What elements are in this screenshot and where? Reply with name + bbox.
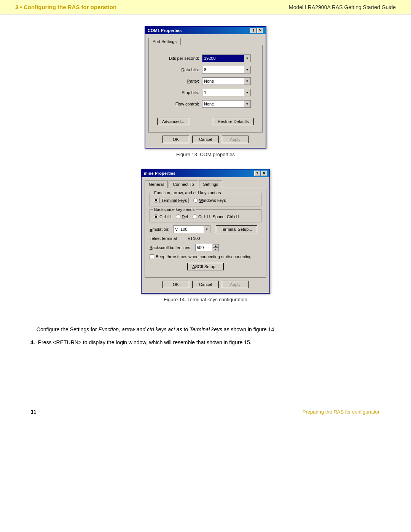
- parity-dropdown-arrow[interactable]: ▼: [244, 77, 251, 85]
- restore-defaults-button[interactable]: Restore Defaults: [213, 118, 254, 125]
- bits-per-second-label: Bits per second:: [157, 56, 199, 61]
- databits-dropdown-arrow[interactable]: ▼: [244, 66, 251, 73]
- flow-control-select[interactable]: None ▼: [202, 100, 251, 108]
- tab-general[interactable]: General: [145, 181, 168, 188]
- ascii-setup-row: ASCII Setup...: [150, 263, 261, 270]
- titlebar-buttons: ? ✕: [250, 28, 263, 33]
- backscroll-spinner[interactable]: ▲ ▼: [213, 244, 219, 251]
- footer-page: 31: [30, 409, 37, 415]
- stop-bits-select[interactable]: 1 ▼: [202, 89, 251, 96]
- mine-apply-button[interactable]: Apply: [222, 281, 249, 288]
- beep-checkbox[interactable]: [150, 254, 154, 259]
- tab-port-settings[interactable]: Port Settings: [148, 38, 181, 45]
- apply-button[interactable]: Apply: [222, 136, 249, 143]
- emulation-select[interactable]: VT100 ▼: [173, 225, 210, 233]
- emulation-dropdown-arrow[interactable]: ▼: [204, 225, 210, 233]
- del-label: Del: [182, 214, 188, 219]
- flow-control-row: Flow control: None ▼: [153, 100, 258, 108]
- ctrlh-space-option[interactable]: Ctrl+H, Space, Ctrl+H: [193, 214, 239, 219]
- windows-keys-option[interactable]: Windows keys: [193, 198, 226, 203]
- function-keys-legend: Function, arrow, and ctrl keys act as: [153, 190, 222, 195]
- windows-keys-radio[interactable]: [193, 198, 198, 203]
- advanced-button[interactable]: Advanced...: [157, 118, 189, 125]
- ctrlh-option[interactable]: Ctrl+H: [154, 214, 171, 219]
- data-bits-select[interactable]: 8 ▼: [202, 66, 251, 73]
- backspace-legend: Backspace key sends: [153, 207, 196, 212]
- figure2-container: mine Properties ? ✕ General Connect To S…: [30, 169, 381, 302]
- terminal-setup-button[interactable]: Terminal Setup...: [216, 225, 257, 233]
- mine-body: General Connect To Settings Function, ar…: [142, 177, 269, 293]
- text-line-2: Press <RETURN> to display the login wind…: [38, 338, 252, 347]
- com1-btn-row: OK Cancel Apply: [148, 133, 263, 145]
- flow-control-value[interactable]: None: [202, 100, 244, 108]
- figure1-container: COM1 Properties ? ✕ Port Settings Bits p…: [30, 26, 381, 157]
- flowcontrol-dropdown-arrow[interactable]: ▼: [244, 100, 251, 108]
- function-keys-radio-row: Terminal keys Windows keys: [154, 198, 257, 203]
- tab-settings[interactable]: Settings: [199, 181, 223, 188]
- mine-ok-button[interactable]: OK: [162, 281, 189, 288]
- ctrlh-label: Ctrl+H: [159, 214, 171, 219]
- function-keys-group: Function, arrow, and ctrl keys act as Te…: [150, 193, 261, 206]
- terminal-keys-radio[interactable]: [154, 198, 158, 203]
- header-left: 3 • Configuring the RAS for operation: [15, 4, 116, 10]
- telnet-row: Telnet terminal VT100: [150, 236, 261, 241]
- tab-connect-to[interactable]: Connect To: [169, 181, 198, 188]
- windows-keys-label: Windows keys: [199, 198, 226, 203]
- telnet-value: VT100: [188, 236, 200, 241]
- close-button[interactable]: ✕: [257, 28, 263, 33]
- emulation-value[interactable]: VT100: [173, 225, 204, 233]
- spin-up-button[interactable]: ▲: [213, 244, 219, 248]
- beep-checkbox-row: Beep three times when connecting or disc…: [150, 254, 261, 259]
- mine-help-button[interactable]: ?: [254, 171, 260, 176]
- terminal-keys-option[interactable]: Terminal keys: [154, 198, 189, 203]
- tab-bar: Port Settings: [148, 37, 263, 45]
- backspace-group: Backspace key sends Ctrl+H Del: [150, 209, 261, 222]
- bits-per-second-select[interactable]: 19200 ▼: [202, 54, 251, 62]
- spin-down-button[interactable]: ▼: [213, 248, 219, 251]
- ok-button[interactable]: OK: [162, 136, 189, 143]
- stopbits-dropdown-arrow[interactable]: ▼: [244, 89, 251, 96]
- header-right: Model LRA2900A RAS Getting Started Guide: [289, 4, 396, 10]
- flow-control-label: Flow control:: [157, 102, 199, 106]
- ascii-setup-button[interactable]: ASCII Setup...: [187, 263, 224, 270]
- bits-per-second-row: Bits per second: 19200 ▼: [153, 54, 258, 62]
- main-content: COM1 Properties ? ✕ Port Settings Bits p…: [0, 14, 411, 325]
- mine-titlebar: mine Properties ? ✕: [142, 169, 269, 177]
- text-line-1: Configure the Settings for Function, arr…: [37, 325, 276, 334]
- data-bits-label: Data bits:: [157, 67, 199, 72]
- del-radio[interactable]: [176, 214, 180, 219]
- stop-bits-row: Stop bits: 1 ▼: [153, 89, 258, 96]
- mine-close-button[interactable]: ✕: [261, 171, 267, 176]
- parity-value[interactable]: None: [202, 77, 244, 85]
- text-item-1: – Configure the Settings for Function, a…: [30, 325, 381, 334]
- cancel-button[interactable]: Cancel: [192, 136, 219, 143]
- text-number: 4.: [30, 338, 35, 347]
- ctrlh-radio[interactable]: [154, 214, 158, 219]
- advanced-restore-row: Advanced... Restore Defaults: [153, 115, 258, 128]
- mine-cancel-button[interactable]: Cancel: [192, 281, 219, 288]
- header-bar: 3 • Configuring the RAS for operation Mo…: [0, 0, 411, 14]
- beep-label: Beep three times when connecting or disc…: [156, 254, 252, 259]
- parity-select[interactable]: None ▼: [202, 77, 251, 85]
- emulation-row: Emulation: VT100 ▼ Terminal Setup...: [150, 225, 261, 233]
- ctrlh-space-radio[interactable]: [193, 214, 197, 219]
- bits-per-second-value[interactable]: 19200: [202, 54, 244, 62]
- footer-right: Preparing the RAS for configuration: [303, 409, 381, 415]
- stop-bits-value[interactable]: 1: [202, 89, 244, 96]
- mine-titlebar-buttons: ? ✕: [254, 171, 267, 176]
- figure2-caption: Figure 14. Terminal keys configuration: [164, 297, 247, 302]
- parity-row: Parity: None ▼: [153, 77, 258, 85]
- emulation-label: Emulation:: [150, 227, 169, 232]
- help-button[interactable]: ?: [250, 28, 256, 33]
- mine-properties-dialog: mine Properties ? ✕ General Connect To S…: [141, 169, 270, 294]
- text-dash: –: [30, 325, 33, 334]
- backscroll-input[interactable]: [195, 244, 212, 251]
- del-option[interactable]: Del: [176, 214, 188, 219]
- telnet-label: Telnet terminal: [150, 236, 188, 241]
- parity-label: Parity:: [157, 79, 199, 83]
- tab-content: Bits per second: 19200 ▼ Data bits: 8 ▼: [148, 45, 263, 133]
- com1-titlebar: COM1 Properties ? ✕: [145, 27, 266, 34]
- bits-dropdown-arrow[interactable]: ▼: [244, 54, 251, 62]
- backscroll-row: Backscroll buffer lines: ▲ ▼: [150, 244, 261, 251]
- data-bits-value[interactable]: 8: [202, 66, 244, 73]
